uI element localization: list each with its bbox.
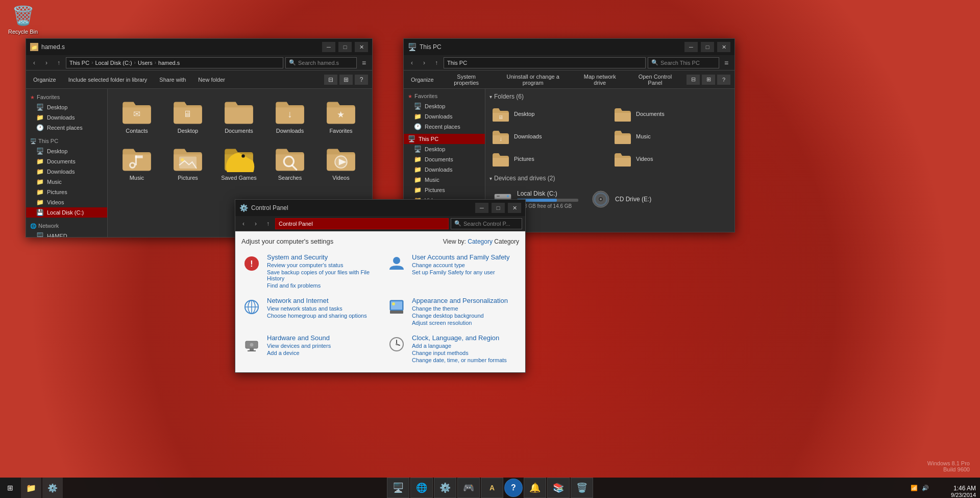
sidebar-item-recent[interactable]: 🕐Recent places [26,123,107,133]
forward-button[interactable]: › [41,58,52,68]
share-with-button[interactable]: Share with [156,75,189,84]
folder-entry-downloads[interactable]: ↓ Downloads [489,127,608,146]
thispc-close[interactable]: ✕ [717,42,730,52]
folder-entry-desktop[interactable]: 🖥 Desktop [489,104,608,124]
thispc-sub-dl[interactable]: 📁Downloads [404,164,485,175]
cp-path[interactable]: Control Panel [275,218,449,229]
thispc-view1[interactable]: ⊟ [687,75,700,85]
folder-favorites[interactable]: ★ Favorites [318,95,364,137]
thispc-sub-docs[interactable]: 📁Documents [404,154,485,164]
start-button[interactable]: ⊞ [0,478,20,498]
thispc-map-drive[interactable]: Map network drive [576,72,624,87]
system-security-title[interactable]: System and Security [267,253,374,261]
thispc-maximize[interactable]: □ [701,42,714,52]
taskbar-game-btn[interactable]: 🎮 [457,478,480,498]
sidebar-item-desktop[interactable]: 🖥️Desktop [26,102,107,112]
sidebar-network-hamed[interactable]: 🖥️HAMED [26,231,107,237]
network-section[interactable]: 🌐 Network [26,221,107,231]
sidebar-thispc-documents[interactable]: 📁Documents [26,156,107,167]
cp-back[interactable]: ‹ [238,219,249,229]
preview-pane-button[interactable]: ⊟ [324,75,337,85]
drive-cd[interactable]: CD Drive (E:) [587,186,679,212]
thispc-sub-pics[interactable]: 📁Pictures [404,185,485,195]
folder-contacts[interactable]: ✉ Contacts [114,95,160,137]
thispc-menu[interactable]: ≡ [721,58,731,68]
folder-music[interactable]: Music [114,142,160,184]
minimize-button[interactable]: ─ [322,42,335,52]
cp-close[interactable]: ✕ [508,203,521,213]
back-button[interactable]: ‹ [29,58,39,68]
close-button[interactable]: ✕ [355,42,368,52]
thispc-organize[interactable]: Organize [408,75,437,84]
folder-entry-music[interactable]: Music [611,127,730,146]
cp-forward[interactable]: › [251,219,261,229]
clock-input-link[interactable]: Change input methods [412,350,519,356]
thispc-fav-desktop[interactable]: 🖥️Desktop [404,101,485,111]
folder-entry-pictures[interactable]: Pictures [489,149,608,169]
network-status-link[interactable]: View network status and tasks [267,305,374,312]
thispc-sub-music[interactable]: 📁Music [404,175,485,185]
cp-up[interactable]: ↑ [263,219,273,229]
clock-title[interactable]: Clock, Language, and Region [412,334,519,342]
taskbar-books-btn[interactable]: 📚 [547,478,570,498]
folder-documents[interactable]: Documents [216,95,262,137]
organize-button[interactable]: Organize [30,75,59,84]
recycle-bin[interactable]: 🗑️ Recycle Bin [5,5,41,35]
thispc-forward[interactable]: › [419,58,429,68]
address-path[interactable]: This PC › Local Disk (C:) › Users › hame… [66,57,283,68]
sidebar-thispc-desktop[interactable]: 🖥️Desktop [26,146,107,156]
taskbar-help-btn[interactable]: ? [504,479,523,497]
network-title[interactable]: Network and Internet [267,297,374,304]
folder-searches[interactable]: Searches [267,142,313,184]
ease-title[interactable]: Ease of Access [412,371,519,372]
new-folder-button[interactable]: New folder [195,75,228,84]
appearance-theme-link[interactable]: Change the theme [412,305,519,312]
thispc-minimize[interactable]: ─ [684,42,698,52]
menu-button[interactable]: ≡ [359,58,369,68]
folder-entry-documents[interactable]: Documents [611,104,730,124]
sidebar-thispc-pictures[interactable]: 📁Pictures [26,187,107,197]
thispc-section[interactable]: 🖥️ This PC [26,136,107,146]
sidebar-thispc-videos[interactable]: 📁Videos [26,197,107,207]
appearance-bg-link[interactable]: Change desktop background [412,313,519,319]
taskbar-bell-btn[interactable]: 🔔 [524,478,546,498]
users-family-link[interactable]: Set up Family Safety for any user [412,269,519,275]
thispc-back[interactable]: ‹ [407,58,417,68]
favorites-section[interactable]: ★ Favorites [26,92,107,102]
cp-search[interactable]: 🔍 Search Control P... [451,218,522,229]
clock-datetime-link[interactable]: Change date, time, or number formats [412,357,519,363]
hardware-title[interactable]: Hardware and Sound [267,334,374,342]
taskbar-gear-btn[interactable]: ⚙️ [434,478,456,498]
appearance-res-link[interactable]: Adjust screen resolution [412,320,519,326]
system-review-link[interactable]: Review your computer's status [267,262,374,268]
clock-language-link[interactable]: Add a language [412,343,519,349]
network-homegroup-link[interactable]: Choose homegroup and sharing options [267,313,374,319]
taskbar-trash-btn[interactable]: 🗑️ [571,478,593,498]
thispc-uninstall[interactable]: Uninstall or change a program [496,72,570,87]
taskbar-pc-btn[interactable]: 🖥️ [387,478,409,498]
up-button[interactable]: ↑ [54,58,64,68]
taskbar-explorer[interactable]: 📁 [21,478,41,498]
thispc-fav-recent[interactable]: 🕐Recent places [404,122,485,132]
thispc-open-cp[interactable]: Open Control Panel [630,72,680,87]
folder-saved-games[interactable]: Saved Games [216,142,262,184]
folder-links[interactable]: 🌐 Links [369,95,372,137]
cp-maximize[interactable]: □ [492,203,505,213]
folder-pictures[interactable]: Pictures [165,142,211,184]
thispc-sub-desktop[interactable]: 🖥️Desktop [404,144,485,154]
thispc-fav-downloads[interactable]: 📁Downloads [404,111,485,122]
folder-desktop[interactable]: 🖥 Desktop [165,95,211,137]
view-toggle-button[interactable]: ⊞ [339,75,353,85]
help-button[interactable]: ? [355,75,368,85]
programs-title[interactable]: Programs [267,371,374,372]
thispc-path[interactable]: This PC [444,57,646,68]
sidebar-thispc-music[interactable]: 📁Music [26,177,107,187]
appearance-title[interactable]: Appearance and Personalization [412,297,519,304]
taskbar-globe-btn[interactable]: 🌐 [410,478,433,498]
thispc-system-props[interactable]: System properties [443,72,490,87]
taskbar-settings[interactable]: ⚙️ [42,478,63,498]
cp-minimize[interactable]: ─ [475,203,488,213]
system-backup-link[interactable]: Save backup copies of your files with Fi… [267,269,374,281]
thispc-up[interactable]: ↑ [431,58,442,68]
thispc-fav-header[interactable]: ★ Favorites [404,91,485,101]
